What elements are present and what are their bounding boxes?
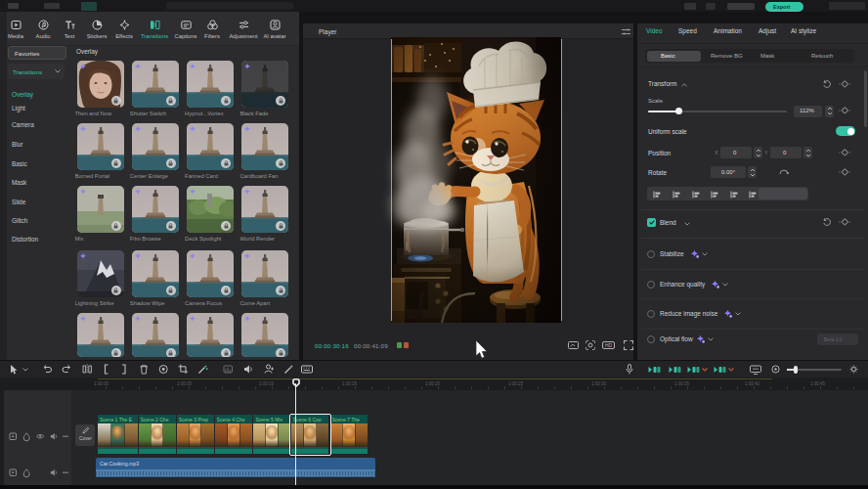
svg-text:HD: HD [605,342,613,348]
